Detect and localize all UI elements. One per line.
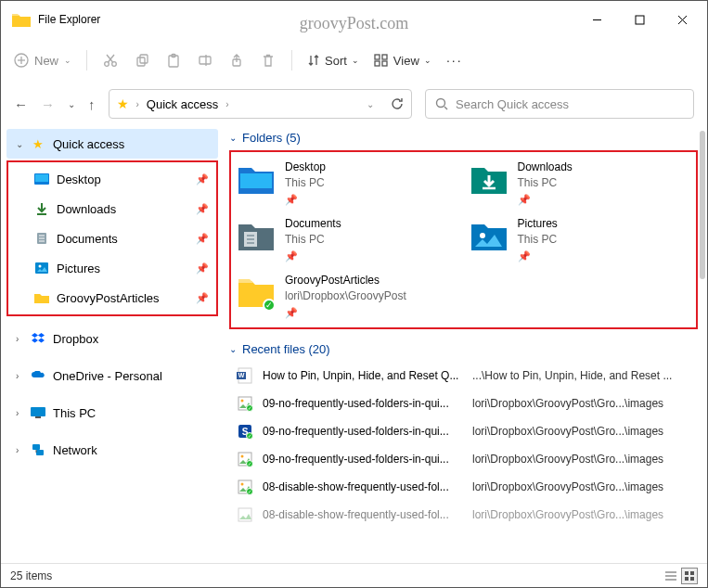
file-row[interactable]: ✓ 08-disable-show-frequently-used-fol...… <box>229 473 698 501</box>
svg-text:✓: ✓ <box>248 489 251 494</box>
folder-name: Desktop <box>285 160 326 175</box>
app-icon <box>12 12 31 27</box>
svg-rect-1 <box>636 16 644 24</box>
file-row[interactable]: 08-disable-show-frequently-used-fol... l… <box>229 501 698 529</box>
more-icon[interactable]: ··· <box>446 52 463 69</box>
chevron-down-icon: ⌄ <box>352 56 359 65</box>
file-name: 09-no-frequently-used-folders-in-qui... <box>263 397 463 410</box>
file-row[interactable]: S✓ 09-no-frequently-used-folders-in-qui.… <box>229 417 698 445</box>
search-input[interactable]: Search Quick access <box>425 89 694 119</box>
file-row[interactable]: ✓ 09-no-frequently-used-folders-in-qui..… <box>229 390 698 417</box>
chevron-right-icon[interactable]: › <box>16 408 29 418</box>
desktop-icon <box>237 160 276 198</box>
pin-icon: 📌 <box>285 249 341 263</box>
annotation-box: Desktop 📌 Downloads 📌 Documents 📌 Pictur… <box>6 160 218 316</box>
folder-desktop[interactable]: DesktopThis PC📌 <box>237 160 458 207</box>
paste-icon[interactable] <box>165 52 182 69</box>
sort-button[interactable]: Sort ⌄ <box>307 54 359 68</box>
dropdown-icon[interactable]: ⌄ <box>367 99 374 109</box>
sidebar: ⌄ ★ Quick access Desktop 📌 Downloads 📌 D… <box>1 125 224 563</box>
sidebar-item-groovypost[interactable]: GroovyPostArticles 📌 <box>10 283 214 313</box>
view-button[interactable]: View ⌄ <box>374 54 431 68</box>
recent-section-header[interactable]: ⌄ Recent files (20) <box>229 342 698 356</box>
maximize-button[interactable] <box>618 5 661 34</box>
image-file-icon: ✓ <box>237 451 253 467</box>
chevron-down-icon[interactable]: ⌄ <box>16 139 29 149</box>
window-title: File Explorer <box>38 13 100 26</box>
sort-label: Sort <box>325 54 347 68</box>
delete-icon[interactable] <box>260 52 277 69</box>
sidebar-item-network[interactable]: › Network <box>6 435 218 465</box>
file-path: lori\Dropbox\GroovyPost\Gro...\images <box>472 397 698 410</box>
onedrive-icon <box>29 371 47 380</box>
tiles-view-button[interactable] <box>681 568 698 584</box>
file-name: 09-no-frequently-used-folders-in-qui... <box>263 425 463 438</box>
annotation-box: DesktopThis PC📌 DownloadsThis PC📌 Docume… <box>229 150 698 329</box>
file-path: lori\Dropbox\GroovyPost\Gro...\images <box>472 425 698 438</box>
svg-point-57 <box>241 454 244 457</box>
content-area: ⌄ Folders (5) DesktopThis PC📌 DownloadsT… <box>224 125 707 563</box>
forward-button[interactable]: → <box>41 96 55 112</box>
chevron-down-icon: ⌄ <box>424 56 431 65</box>
chevron-right-icon: › <box>136 99 139 109</box>
folder-documents[interactable]: DocumentsThis PC📌 <box>237 216 458 263</box>
sidebar-item-label: Downloads <box>57 202 116 216</box>
sidebar-item-thispc[interactable]: › This PC <box>6 398 218 428</box>
documents-icon <box>32 232 51 245</box>
chevron-right-icon[interactable]: › <box>16 371 29 381</box>
chevron-right-icon: › <box>225 99 228 109</box>
pin-icon: 📌 <box>196 262 209 275</box>
refresh-icon[interactable] <box>391 97 404 110</box>
sidebar-item-onedrive[interactable]: › OneDrive - Personal <box>6 361 218 390</box>
minimize-button[interactable] <box>575 5 618 34</box>
folder-pictures[interactable]: PicturesThis PC📌 <box>470 216 691 263</box>
snagit-file-icon: S✓ <box>237 423 253 440</box>
folder-name: Documents <box>285 216 341 232</box>
folders-section-header[interactable]: ⌄ Folders (5) <box>229 131 698 145</box>
folder-downloads[interactable]: DownloadsThis PC📌 <box>470 160 691 207</box>
recent-locations-button[interactable]: ⌄ <box>68 99 75 109</box>
chevron-right-icon[interactable]: › <box>16 445 29 455</box>
cut-icon[interactable] <box>102 52 119 69</box>
copy-icon[interactable] <box>134 52 150 69</box>
back-button[interactable]: ← <box>14 96 28 112</box>
pin-icon: 📌 <box>196 292 209 304</box>
close-button[interactable] <box>661 5 703 34</box>
desktop-icon <box>32 173 51 185</box>
folder-path: This PC <box>285 175 326 191</box>
sidebar-quick-access[interactable]: ⌄ ★ Quick access <box>6 129 218 159</box>
svg-line-23 <box>444 107 447 109</box>
svg-rect-35 <box>32 444 40 450</box>
svg-text:✓: ✓ <box>248 405 251 411</box>
sidebar-item-desktop[interactable]: Desktop 📌 <box>10 164 214 194</box>
details-view-button[interactable] <box>663 568 679 584</box>
dropbox-icon <box>29 333 47 344</box>
sidebar-item-documents[interactable]: Documents 📌 <box>10 224 214 253</box>
svg-text:✓: ✓ <box>248 433 251 439</box>
file-row[interactable]: ✓ 09-no-frequently-used-folders-in-qui..… <box>229 445 698 473</box>
file-name: How to Pin, Unpin, Hide, and Reset Q... <box>263 369 463 382</box>
chevron-right-icon[interactable]: › <box>16 334 29 344</box>
sidebar-item-downloads[interactable]: Downloads 📌 <box>10 194 214 224</box>
file-name: 08-disable-show-frequently-used-fol... <box>263 508 463 521</box>
pictures-icon <box>470 216 508 255</box>
scrollbar[interactable] <box>700 131 705 279</box>
pin-icon: 📌 <box>285 193 326 207</box>
sidebar-item-pictures[interactable]: Pictures 📌 <box>10 253 214 283</box>
svg-rect-18 <box>375 55 380 59</box>
sidebar-item-dropbox[interactable]: › Dropbox <box>6 324 218 353</box>
folder-icon <box>32 292 51 303</box>
svg-rect-33 <box>31 407 45 416</box>
up-button[interactable]: ↑ <box>88 96 96 112</box>
statusbar: 25 items <box>1 563 707 587</box>
image-file-icon: ✓ <box>237 479 253 495</box>
pin-icon: 📌 <box>285 306 406 320</box>
share-icon[interactable] <box>228 52 245 69</box>
address-bar[interactable]: ★ › Quick access › ⌄ <box>109 89 413 119</box>
folder-groovypost[interactable]: ✓ GroovyPostArticleslori\Dropbox\GroovyP… <box>237 273 690 320</box>
file-row[interactable]: W How to Pin, Unpin, Hide, and Reset Q..… <box>229 362 698 390</box>
titlebar: File Explorer <box>1 1 707 38</box>
breadcrumb-label[interactable]: Quick access <box>147 97 218 111</box>
new-button[interactable]: New ⌄ <box>14 53 71 68</box>
rename-icon[interactable] <box>197 52 213 69</box>
